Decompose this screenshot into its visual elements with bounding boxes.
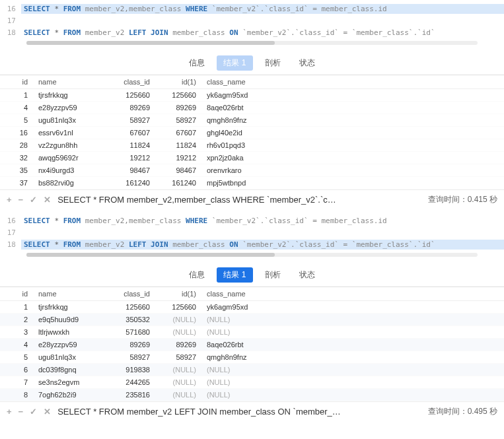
minus-icon[interactable]: − (18, 407, 24, 417)
table-cell: (NULL) (201, 389, 504, 401)
table-row[interactable]: 2e9q5huu9d9350532(NULL)(NULL) (0, 314, 504, 326)
table-cell: qmgh8n9fnz (201, 351, 504, 364)
line-number: 18 (0, 240, 21, 249)
col-class-id[interactable]: class_id (106, 75, 155, 89)
table-row[interactable]: 35nx4i9urgd39846798467orenvrkaro (0, 164, 504, 177)
table-cell: 16 (0, 127, 33, 139)
table-row[interactable]: 4e28yzzpv5989269892698aqe026rbt (0, 339, 504, 351)
table-cell: 98467 (106, 164, 155, 177)
sql-editor-1[interactable]: 16 SELECT * FROM member_v2,member_class … (0, 0, 504, 50)
col-name[interactable]: name (33, 75, 106, 89)
col-id1[interactable]: id(1) (155, 75, 201, 89)
table-row[interactable]: 87ogh62b2i9235816(NULL)(NULL) (0, 389, 504, 401)
line-number: 17 (0, 17, 21, 25)
table-cell: vz2zgun8hh (33, 139, 106, 152)
table-cell: nx4i9urgd3 (33, 164, 106, 177)
sql-editor-2[interactable]: 16 SELECT * FROM member_v2,member_class … (0, 212, 504, 262)
table-cell: 125660 (106, 301, 155, 314)
table-cell: 58927 (155, 351, 201, 364)
table-row[interactable]: 6dc039f8gnq919838(NULL)(NULL) (0, 364, 504, 376)
table-cell: 8aqe026rbt (201, 339, 504, 351)
table-cell: (NULL) (155, 376, 201, 389)
table-cell: (NULL) (201, 376, 504, 389)
tab-status[interactable]: 状态 (293, 55, 322, 71)
col-class-name[interactable]: class_name (201, 75, 504, 89)
table-cell: (NULL) (155, 326, 201, 339)
table-cell: tjrsfrkkqg (33, 89, 106, 102)
query-time: 查询时间：0.415 秒 (428, 194, 497, 205)
table-cell: 19212 (106, 152, 155, 164)
table-cell: yk6agm95xd (201, 89, 504, 102)
col-name[interactable]: name (33, 287, 106, 301)
table-header-row: id name class_id id(1) class_name (0, 287, 504, 301)
table-cell: ugu81nlq3x (33, 351, 106, 364)
table-cell: 8aqe026rbt (201, 102, 504, 114)
check-icon[interactable]: ✓ (30, 407, 37, 417)
table-row[interactable]: 5ugu81nlq3x5892758927qmgh8n9fnz (0, 351, 504, 364)
col-id[interactable]: id (0, 75, 33, 89)
table-header-row: id name class_id id(1) class_name (0, 75, 504, 89)
table-row[interactable]: 7se3ns2egvm244265(NULL)(NULL) (0, 376, 504, 389)
table-cell: 3 (0, 326, 33, 339)
table-cell: 32 (0, 152, 33, 164)
minus-icon[interactable]: − (18, 195, 24, 205)
line-number: 17 (0, 228, 21, 237)
table-row[interactable]: 5ugu81nlq3x5892758927qmgh8n9fnz (0, 114, 504, 127)
sql-line-18: SELECT * FROM member_v2 LEFT JOIN member… (21, 28, 504, 38)
status-bar-2: + − ✓ ✕ SELECT * FROM member_v2 LEFT JOI… (0, 401, 504, 421)
table-cell: dc039f8gnq (33, 364, 106, 376)
table-row[interactable]: 1tjrsfrkkqg125660125660yk6agm95xd (0, 89, 504, 102)
table-cell: 350532 (106, 314, 155, 326)
table-cell: qmgh8n9fnz (201, 114, 504, 127)
tab-result-1[interactable]: 结果 1 (217, 267, 252, 283)
col-class-id[interactable]: class_id (106, 287, 155, 301)
col-id[interactable]: id (0, 287, 33, 301)
table-cell: e9q5huu9d9 (33, 314, 106, 326)
table-cell: 125660 (106, 89, 155, 102)
table-cell: 89269 (155, 339, 201, 351)
table-cell: ugu81nlq3x (33, 114, 106, 127)
tab-analysis[interactable]: 剖析 (258, 267, 287, 283)
col-id1[interactable]: id(1) (155, 287, 201, 301)
table-row[interactable]: 4e28yzzpv5989269892698aqe026rbt (0, 102, 504, 114)
table-row[interactable]: 1tjrsfrkkqg125660125660yk6agm95xd (0, 301, 504, 314)
line-number: 18 (0, 28, 21, 37)
table-row[interactable]: 28vz2zgun8hh1182411824rh6v01pqd3 (0, 139, 504, 152)
table-cell: 571680 (106, 326, 155, 339)
tab-analysis[interactable]: 剖析 (258, 55, 287, 71)
table-cell: (NULL) (155, 389, 201, 401)
close-icon[interactable]: ✕ (44, 195, 51, 205)
query-panel-2: 16 SELECT * FROM member_v2,member_class … (0, 212, 504, 421)
table-cell: (NULL) (201, 326, 504, 339)
table-cell: 235816 (106, 389, 155, 401)
add-icon[interactable]: + (7, 195, 12, 205)
tab-info[interactable]: 信息 (182, 267, 211, 283)
table-cell: 161240 (106, 177, 155, 189)
table-cell: se3ns2egvm (33, 376, 106, 389)
table-row[interactable]: 37bs882rvi0g161240161240mpj5wtbnpd (0, 177, 504, 189)
check-icon[interactable]: ✓ (30, 195, 37, 205)
table-cell: 98467 (155, 164, 201, 177)
table-cell: 89269 (106, 339, 155, 351)
table-cell: 5 (0, 114, 33, 127)
tab-result-1[interactable]: 结果 1 (217, 55, 252, 71)
table-cell: e28yzzpv59 (33, 339, 106, 351)
table-cell: 8 (0, 389, 33, 401)
sql-line-16: SELECT * FROM member_v2,member_class WHE… (21, 216, 504, 226)
table-cell: 7 (0, 376, 33, 389)
line-number: 16 (0, 217, 21, 225)
tab-info[interactable]: 信息 (182, 55, 211, 71)
table-cell: 11824 (155, 139, 201, 152)
table-row[interactable]: 16essrv6v1nl6760767607ghgl40e2id (0, 127, 504, 139)
close-icon[interactable]: ✕ (44, 407, 51, 417)
horizontal-scrollbar[interactable] (26, 41, 478, 45)
table-row[interactable]: 3ltlrjwwxkh571680(NULL)(NULL) (0, 326, 504, 339)
tab-status[interactable]: 状态 (293, 267, 322, 283)
table-cell: orenvrkaro (201, 164, 504, 177)
table-row[interactable]: 32awqg59692r1921219212xpn2jz0aka (0, 152, 504, 164)
table-cell: bs882rvi0g (33, 177, 106, 189)
horizontal-scrollbar[interactable] (26, 253, 478, 257)
table-cell: 4 (0, 102, 33, 114)
add-icon[interactable]: + (7, 407, 12, 417)
col-class-name[interactable]: class_name (201, 287, 504, 301)
